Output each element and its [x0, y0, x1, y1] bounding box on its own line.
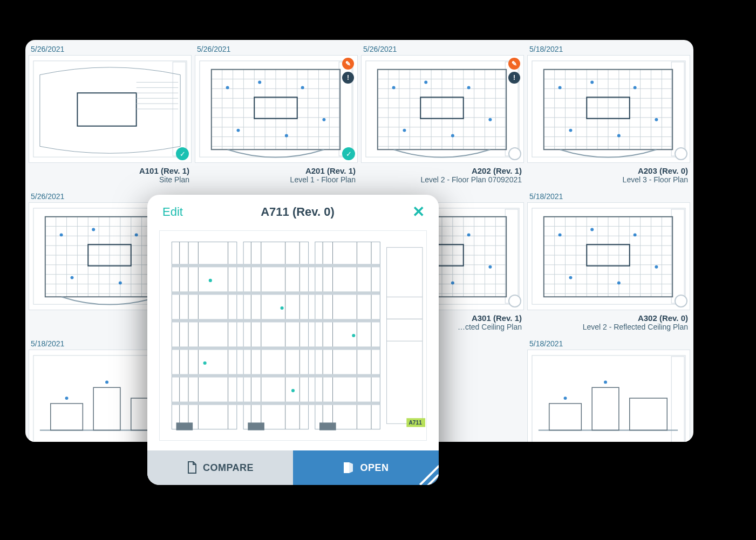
svg-point-249: [105, 380, 108, 384]
svg-point-136: [60, 233, 63, 236]
svg-point-237: [634, 233, 637, 236]
svg-point-276: [604, 380, 607, 384]
svg-point-41: [285, 134, 288, 138]
card-date: 5/18/2021: [527, 190, 690, 202]
card-subtitle: Level 2 - Floor Plan 07092021: [361, 175, 524, 187]
svg-point-71: [424, 81, 427, 84]
svg-point-248: [65, 397, 69, 400]
select-toggle[interactable]: [508, 295, 521, 307]
alert-icon[interactable]: !: [342, 72, 354, 84]
card-title: A203 (Rev. 0): [527, 166, 690, 175]
card-title: A201 (Rev. 1): [195, 166, 358, 175]
svg-point-235: [559, 233, 562, 236]
close-icon[interactable]: ✕: [412, 204, 425, 220]
svg-point-74: [451, 134, 454, 138]
svg-rect-277: [160, 231, 426, 440]
card-thumbnail[interactable]: ✎!: [361, 55, 524, 163]
svg-point-238: [569, 276, 572, 279]
svg-point-305: [203, 361, 207, 365]
select-toggle[interactable]: [508, 147, 521, 160]
svg-text:A711: A711: [408, 420, 422, 426]
svg-point-138: [135, 233, 138, 236]
svg-point-139: [70, 276, 73, 279]
svg-point-72: [467, 86, 471, 89]
compare-label: COMPARE: [203, 462, 254, 474]
card-thumbnail[interactable]: ✎!✓: [195, 55, 358, 163]
select-toggle[interactable]: ✓: [176, 147, 189, 160]
drawing-card[interactable]: 5/26/2021 ✓A101 (Rev. 1)Site Plan: [29, 43, 192, 187]
svg-point-70: [392, 86, 396, 89]
svg-point-37: [226, 86, 229, 89]
svg-point-303: [281, 306, 284, 310]
svg-point-106: [569, 129, 572, 132]
svg-point-103: [559, 86, 562, 89]
card-title: A302 (Rev. 0): [527, 313, 690, 323]
card-date: 5/26/2021: [29, 43, 192, 55]
open-label: OPEN: [360, 462, 389, 474]
svg-rect-293: [172, 264, 380, 267]
card-date: 5/26/2021: [361, 43, 524, 55]
svg-rect-299: [176, 422, 193, 430]
card-thumbnail[interactable]: [527, 55, 690, 163]
svg-rect-296: [172, 346, 380, 350]
popup-preview: A711: [159, 230, 427, 441]
svg-rect-294: [172, 291, 380, 295]
svg-point-73: [403, 129, 406, 132]
card-title: A101 (Rev. 1): [29, 166, 192, 175]
svg-rect-295: [172, 319, 380, 322]
document-icon: [187, 461, 197, 474]
pencil-icon[interactable]: ✎: [508, 58, 520, 70]
pencil-icon[interactable]: ✎: [342, 58, 354, 70]
compare-button[interactable]: COMPARE: [147, 450, 293, 485]
svg-point-140: [119, 282, 122, 285]
svg-point-39: [301, 86, 304, 89]
svg-rect-313: [344, 462, 349, 473]
open-icon: [343, 461, 355, 474]
card-subtitle: Level 3 - Floor Plan: [527, 175, 690, 187]
card-thumbnail[interactable]: ✓: [29, 55, 192, 163]
svg-point-204: [467, 233, 471, 236]
select-toggle[interactable]: [675, 147, 687, 160]
svg-point-304: [352, 334, 355, 337]
open-button[interactable]: OPEN: [293, 450, 439, 485]
svg-point-137: [92, 228, 95, 231]
svg-rect-268: [528, 350, 690, 442]
svg-rect-298: [172, 402, 380, 405]
svg-point-105: [634, 86, 637, 89]
card-date: 5/18/2021: [527, 43, 690, 55]
drawing-card[interactable]: 5/18/2021 A302 (Rev. 0)Level 2 - Reflect…: [527, 190, 690, 334]
svg-point-42: [322, 118, 325, 121]
card-title: A202 (Rev. 1): [361, 166, 524, 175]
svg-point-40: [236, 129, 240, 132]
drawing-card[interactable]: 5/18/2021: [527, 338, 690, 442]
alert-icon[interactable]: !: [508, 72, 520, 84]
svg-point-306: [291, 389, 295, 392]
card-date: 5/18/2021: [527, 338, 690, 350]
select-toggle[interactable]: ✓: [342, 147, 355, 160]
drawing-card[interactable]: 5/26/2021 ✎!✓A201 (Rev. 1)Level 1 - Floo…: [195, 43, 358, 187]
svg-point-206: [451, 282, 454, 285]
drawing-card[interactable]: 5/18/2021 A203 (Rev. 0)Level 3 - Floor P…: [527, 43, 690, 187]
svg-rect-300: [248, 422, 264, 430]
card-thumbnail[interactable]: [527, 350, 690, 442]
svg-point-240: [655, 265, 658, 269]
drawing-card[interactable]: 5/26/2021 ✎!A202 (Rev. 1)Level 2 - Floor…: [361, 43, 524, 187]
svg-rect-301: [319, 422, 336, 430]
popup-title: A711 (Rev. 0): [261, 205, 335, 219]
card-subtitle: Level 1 - Floor Plan: [195, 175, 358, 187]
svg-point-38: [258, 81, 261, 84]
svg-point-108: [655, 118, 658, 121]
select-toggle[interactable]: [675, 295, 687, 307]
edit-link[interactable]: Edit: [162, 205, 183, 219]
svg-point-75: [488, 118, 492, 121]
card-date: 5/26/2021: [195, 43, 358, 55]
drawing-preview-popup: Edit A711 (Rev. 0) ✕: [147, 195, 439, 485]
svg-point-239: [617, 282, 621, 285]
svg-point-107: [617, 134, 621, 138]
card-thumbnail[interactable]: [527, 202, 690, 310]
card-subtitle: Level 2 - Reflected Ceiling Plan: [527, 323, 690, 334]
svg-point-104: [590, 81, 594, 84]
svg-rect-297: [172, 374, 380, 377]
svg-point-207: [488, 265, 492, 269]
svg-point-275: [564, 397, 567, 400]
